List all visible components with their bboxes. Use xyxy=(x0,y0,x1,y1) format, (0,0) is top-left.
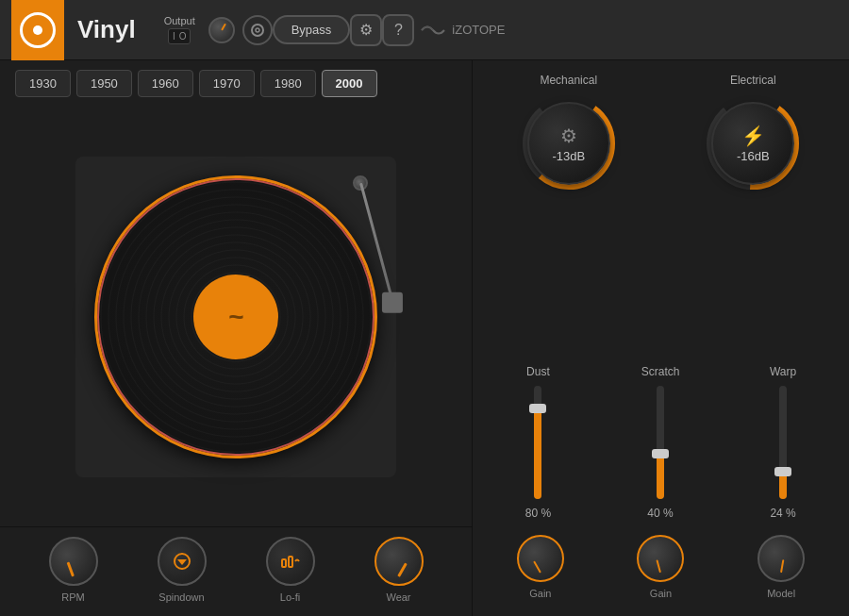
electrical-db: -16dB xyxy=(737,149,770,163)
turntable-base: ~ xyxy=(75,157,396,477)
svg-point-0 xyxy=(252,25,263,36)
izotope-logo: iZOTOPE xyxy=(420,20,505,41)
scratch-label: Scratch xyxy=(641,365,680,378)
model-item: Model xyxy=(757,535,805,599)
output-off: I xyxy=(173,31,175,42)
logo-icon xyxy=(20,12,56,48)
link-icon[interactable] xyxy=(242,15,273,45)
scratch-gain-knob[interactable] xyxy=(637,535,684,582)
svg-rect-5 xyxy=(289,557,292,567)
rpm-label: RPM xyxy=(61,591,84,603)
logo-box xyxy=(11,0,64,60)
dust-gain-label: Gain xyxy=(529,588,551,599)
svg-rect-4 xyxy=(282,559,286,567)
warp-slider-track[interactable] xyxy=(779,386,787,499)
dust-label: Dust xyxy=(526,365,550,378)
izotope-label: iZOTOPE xyxy=(452,23,505,37)
turntable-area: ~ xyxy=(0,107,472,526)
rpm-control: RPM xyxy=(49,537,98,603)
svg-point-1 xyxy=(256,28,259,32)
model-knob[interactable] xyxy=(757,535,805,582)
warp-slider-thumb xyxy=(774,467,791,476)
spindown-icon[interactable] xyxy=(158,537,207,586)
scratch-slider-track[interactable] xyxy=(657,386,664,499)
dust-slider-thumb xyxy=(529,404,546,413)
dust-slider-track[interactable] xyxy=(534,386,541,499)
slider-section: Dust 80 % Scratch 40 % Warp xyxy=(488,206,834,520)
warp-value: 24 % xyxy=(770,507,795,520)
bypass-button[interactable]: Bypass xyxy=(273,15,351,44)
era-1970[interactable]: 1970 xyxy=(199,70,255,97)
spindown-label: Spindown xyxy=(158,591,204,603)
era-bar: 1930 1950 1960 1970 1980 2000 xyxy=(0,60,472,107)
output-section: Output I O xyxy=(164,15,195,44)
era-2000[interactable]: 2000 xyxy=(322,70,377,97)
top-knob-row: Mechanical ⚙ -13dB Electrical xyxy=(488,74,834,191)
output-label: Output xyxy=(164,15,195,26)
electrical-knob-icon: ⚡ xyxy=(741,125,765,147)
warp-slider-item: Warp 24 % xyxy=(770,365,796,520)
mechanical-knob-container: ⚙ -13dB xyxy=(522,96,616,191)
output-knob[interactable] xyxy=(208,17,235,43)
era-1950[interactable]: 1950 xyxy=(76,70,132,97)
record-label-text: ~ xyxy=(228,302,243,332)
scratch-slider-item: Scratch 40 % xyxy=(641,365,680,520)
left-panel: 1930 1950 1960 1970 1980 2000 ~ xyxy=(0,60,472,616)
era-1930[interactable]: 1930 xyxy=(15,70,71,97)
electrical-knob-container: ⚡ -16dB xyxy=(706,96,800,191)
record-label: ~ xyxy=(193,275,278,359)
header: Vinyl Output I O Bypass ⚙ ? iZOTOPE xyxy=(0,0,849,60)
output-toggle[interactable]: I O xyxy=(168,28,191,44)
dust-slider-fill xyxy=(534,408,541,499)
rpm-knob[interactable] xyxy=(49,537,98,586)
mechanical-db: -13dB xyxy=(552,149,585,163)
app-title: Vinyl xyxy=(77,15,136,44)
tonearm-head xyxy=(382,291,403,312)
dust-gain-item: Gain xyxy=(517,535,564,599)
electrical-section: Electrical ⚡ -16dB xyxy=(706,74,800,191)
electrical-knob[interactable]: ⚡ -16dB xyxy=(711,102,794,185)
dust-value: 80 % xyxy=(525,507,551,520)
lofi-control: Lo-fi xyxy=(266,537,315,603)
warp-label: Warp xyxy=(770,365,796,378)
spindown-control: Spindown xyxy=(158,537,207,603)
mechanical-knob[interactable]: ⚙ -13dB xyxy=(527,102,610,185)
wear-label: Wear xyxy=(386,591,410,603)
vinyl-record: ~ xyxy=(94,175,377,458)
era-1960[interactable]: 1960 xyxy=(138,70,193,97)
output-on: O xyxy=(179,31,187,42)
lofi-icon[interactable] xyxy=(266,537,315,586)
mechanical-section: Mechanical ⚙ -13dB xyxy=(522,74,616,191)
main-content: 1930 1950 1960 1970 1980 2000 ~ xyxy=(0,60,849,616)
svg-marker-3 xyxy=(177,559,187,565)
dust-slider-item: Dust 80 % xyxy=(525,365,551,520)
bottom-controls-left: RPM Spindown xyxy=(0,526,472,616)
lofi-label: Lo-fi xyxy=(280,591,300,603)
wear-control: Wear xyxy=(375,537,424,603)
scratch-gain-label: Gain xyxy=(650,588,672,599)
help-button[interactable]: ? xyxy=(382,14,414,46)
mechanical-label: Mechanical xyxy=(540,74,597,87)
electrical-label: Electrical xyxy=(730,74,776,87)
scratch-slider-thumb xyxy=(652,449,669,458)
bottom-right-controls: Gain Gain Model xyxy=(488,535,834,603)
mechanical-knob-icon: ⚙ xyxy=(560,125,577,147)
scratch-value: 40 % xyxy=(647,507,673,520)
settings-button[interactable]: ⚙ xyxy=(350,14,382,46)
era-1980[interactable]: 1980 xyxy=(260,70,316,97)
scratch-slider-fill xyxy=(657,454,664,499)
dust-gain-knob[interactable] xyxy=(517,535,564,582)
wear-knob[interactable] xyxy=(375,537,424,586)
right-panel: Mechanical ⚙ -13dB Electrical xyxy=(472,60,849,616)
model-label: Model xyxy=(767,588,795,599)
scratch-gain-item: Gain xyxy=(637,535,684,599)
